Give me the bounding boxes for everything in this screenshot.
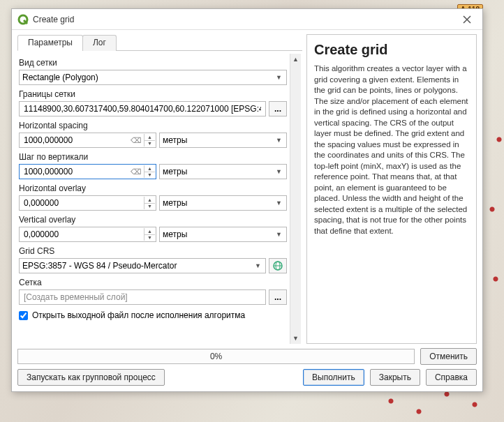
scroll-up-icon[interactable]: ▲ bbox=[290, 54, 301, 65]
label-extent: Границы сетки bbox=[19, 89, 287, 99]
close-window-button[interactable] bbox=[457, 13, 477, 27]
chevron-down-icon: ▼ bbox=[274, 168, 283, 175]
crs-select-button[interactable] bbox=[269, 258, 287, 273]
cancel-progress-button[interactable]: Отменить bbox=[420, 348, 477, 365]
chevron-down-icon: ▼ bbox=[274, 231, 283, 238]
spin-hspacing[interactable]: ⌫ ▲▼ bbox=[19, 133, 156, 148]
tab-log[interactable]: Лог bbox=[82, 35, 117, 51]
combo-grid-type-value: Rectangle (Polygon) bbox=[22, 73, 98, 82]
tab-parameters[interactable]: Параметры bbox=[17, 35, 83, 51]
progress-bar: 0% bbox=[17, 349, 415, 364]
help-title: Create grid bbox=[314, 42, 469, 58]
label-open-after: Открыть выходной файл после исполнения а… bbox=[32, 310, 245, 320]
combo-hoverlay-unit[interactable]: метры ▼ bbox=[159, 195, 287, 211]
label-grid-type: Вид сетки bbox=[19, 58, 287, 68]
output-options-button[interactable]: ... bbox=[269, 289, 287, 305]
combo-hspacing-unit[interactable]: метры ▼ bbox=[159, 133, 287, 148]
scroll-down-icon[interactable]: ▼ bbox=[290, 333, 301, 344]
hoverlay-stepper[interactable]: ▲▼ bbox=[144, 197, 155, 209]
voverlay-stepper[interactable]: ▲▼ bbox=[144, 228, 155, 241]
globe-icon bbox=[272, 260, 283, 271]
hspacing-stepper[interactable]: ▲▼ bbox=[144, 134, 155, 146]
input-extent[interactable] bbox=[19, 101, 266, 116]
combo-vspacing-unit[interactable]: метры ▼ bbox=[159, 164, 287, 179]
input-output-field[interactable] bbox=[22, 292, 262, 303]
combo-crs-value: EPSG:3857 - WGS 84 / Pseudo-Mercator bbox=[22, 261, 177, 271]
combo-voverlay-unit[interactable]: метры ▼ bbox=[159, 227, 287, 242]
vspacing-stepper[interactable]: ▲▼ bbox=[144, 165, 155, 178]
spin-voverlay[interactable]: ▲▼ bbox=[19, 227, 156, 242]
checkbox-open-after[interactable] bbox=[19, 311, 28, 320]
tab-bar: Параметры Лог bbox=[17, 34, 302, 51]
clear-icon[interactable]: ⌫ bbox=[131, 166, 142, 177]
input-output[interactable] bbox=[19, 289, 266, 305]
combo-crs[interactable]: EPSG:3857 - WGS 84 / Pseudo-Mercator ▼ bbox=[19, 258, 266, 273]
help-button[interactable]: Справка bbox=[426, 369, 477, 386]
spin-voverlay-field[interactable] bbox=[22, 229, 143, 240]
label-hspacing: Horizontal spacing bbox=[19, 121, 287, 130]
combo-hoverlay-unit-value: метры bbox=[163, 198, 187, 208]
chevron-down-icon: ▼ bbox=[274, 74, 283, 81]
combo-grid-type[interactable]: Rectangle (Polygon) ▼ bbox=[19, 70, 287, 85]
help-body: This algorithm creates a vector layer wi… bbox=[314, 63, 469, 236]
label-hoverlay: Horizontal overlay bbox=[19, 183, 287, 193]
run-batch-button[interactable]: Запускать как групповой процесс bbox=[17, 369, 165, 386]
combo-voverlay-unit-value: метры bbox=[163, 229, 187, 239]
chevron-down-icon: ▼ bbox=[274, 137, 283, 144]
titlebar: Create grid bbox=[12, 9, 482, 30]
close-button[interactable]: Закрыть bbox=[370, 369, 420, 386]
spin-hoverlay[interactable]: ▲▼ bbox=[19, 195, 156, 211]
clear-icon[interactable]: ⌫ bbox=[131, 135, 142, 146]
chevron-down-icon: ▼ bbox=[253, 262, 262, 269]
progress-text: 0% bbox=[210, 352, 222, 361]
params-scrollbar[interactable]: ▲ ▼ bbox=[290, 54, 301, 344]
spin-hspacing-field[interactable] bbox=[22, 135, 143, 146]
spin-vspacing-field[interactable] bbox=[22, 166, 143, 177]
help-panel: Create grid This algorithm creates a vec… bbox=[306, 34, 477, 344]
combo-hspacing-unit-value: метры bbox=[163, 135, 187, 145]
chevron-down-icon: ▼ bbox=[274, 199, 283, 206]
label-voverlay: Vertical overlay bbox=[19, 215, 287, 225]
qgis-icon bbox=[17, 14, 29, 25]
combo-vspacing-unit-value: метры bbox=[163, 167, 187, 176]
label-crs: Grid CRS bbox=[19, 246, 287, 256]
window-title: Create grid bbox=[33, 15, 457, 24]
input-extent-field[interactable] bbox=[22, 103, 262, 114]
spin-hoverlay-field[interactable] bbox=[22, 197, 143, 209]
label-vspacing: Шаг по вертикали bbox=[19, 152, 287, 162]
spin-vspacing[interactable]: ⌫ ▲▼ bbox=[19, 164, 156, 179]
run-button[interactable]: Выполнить bbox=[303, 369, 364, 386]
dialog-create-grid: Create grid Параметры Лог Вид сетки Rect… bbox=[11, 8, 483, 392]
extent-options-button[interactable]: ... bbox=[269, 101, 287, 116]
label-output: Сетка bbox=[19, 278, 287, 287]
